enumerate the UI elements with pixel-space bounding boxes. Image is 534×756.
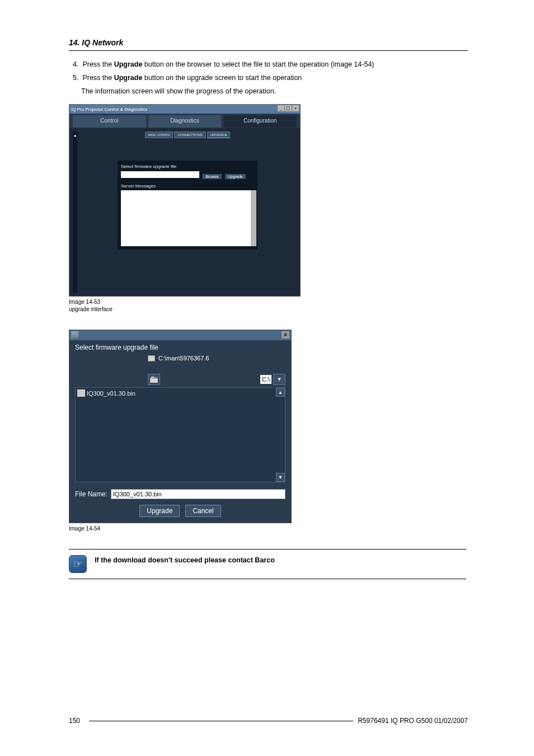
server-messages-area [121, 190, 251, 246]
scrollbar[interactable] [251, 190, 256, 246]
folder-icon [148, 355, 155, 361]
dialog-titlebar: × [69, 330, 291, 340]
screenshot-browser-window: IQ Pro Projector Control & Diagnostics _… [69, 104, 301, 297]
app-icon [71, 331, 78, 339]
close-icon[interactable]: × [282, 331, 289, 339]
filename-label: File Name: [75, 490, 107, 498]
page-number: 150 [69, 717, 80, 725]
browse-button[interactable]: Browse [203, 174, 221, 179]
scroll-down-icon[interactable]: ▼ [276, 473, 285, 482]
step-4: 4. Press the Upgrade button on the brows… [81, 60, 468, 68]
up-folder-button[interactable] [148, 374, 160, 385]
dialog-upgrade-button[interactable]: Upgrade [139, 505, 180, 517]
doc-id: R5976491 IQ PRO G500 01/02/2007 [358, 717, 468, 725]
page-header: 14. IQ Network [69, 38, 468, 51]
page-footer: 150 R5976491 IQ PRO G500 01/02/2007 [69, 717, 468, 725]
select-file-label: Select firmware upgrade file [121, 164, 254, 169]
dialog-heading: Select firmware upgrade file [75, 344, 285, 351]
tab-control[interactable]: Control [73, 115, 146, 128]
caption-14-53: Image 14-53 upgrade interface [69, 298, 468, 313]
close-icon[interactable]: × [292, 105, 299, 111]
file-path-input[interactable] [121, 171, 199, 178]
screenshot-file-dialog: × Select firmware upgrade file C:\man\59… [69, 330, 292, 523]
collapse-handle[interactable] [73, 132, 77, 293]
current-path: C:\man\5976367.6 [148, 355, 285, 361]
minimize-icon[interactable]: _ [278, 105, 284, 111]
file-icon [77, 389, 85, 397]
connections-button[interactable]: CONNECTIONS [174, 132, 205, 138]
titlebar: IQ Pro Projector Control & Diagnostics _… [69, 105, 300, 114]
file-list[interactable]: IQ300_v01.30.bin ▲ ▼ [75, 387, 285, 482]
note-block: ☞ If the download doesn't succeed please… [69, 549, 466, 579]
drive-label: C:\ [260, 375, 271, 384]
upgrade-nav-button[interactable]: UPGRADE [207, 132, 231, 138]
tab-diagnostics[interactable]: Diagnostics [148, 115, 222, 128]
step-5: 5. Press the Upgrade button on the upgra… [81, 74, 468, 82]
scroll-up-icon[interactable]: ▲ [276, 388, 285, 397]
dialog-cancel-button[interactable]: Cancel [185, 505, 221, 517]
tab-row: Control Diagnostics Configuration [69, 114, 300, 128]
maximize-icon[interactable]: ▢ [285, 105, 292, 111]
filename-input[interactable] [111, 489, 285, 499]
step-5-sub: The information screen will show the pro… [81, 87, 468, 95]
server-messages-label: Server Messages [121, 184, 254, 189]
footer-rule [89, 721, 353, 721]
upgrade-button[interactable]: Upgrade [225, 174, 246, 179]
page-content: 4. Press the Upgrade button on the brows… [69, 60, 468, 579]
tab-configuration[interactable]: Configuration [223, 115, 297, 128]
caption-14-54: Image 14-54 [69, 525, 468, 532]
section-title: 14. IQ Network [69, 38, 123, 47]
drive-dropdown-button[interactable]: ▼ [273, 374, 285, 385]
note-text: If the download doesn't succeed please c… [95, 555, 275, 564]
mail-config-button[interactable]: MAIL CONFIG [145, 132, 174, 138]
list-item[interactable]: IQ300_v01.30.bin [77, 389, 283, 397]
window-title: IQ Pro Projector Control & Diagnostics [71, 107, 148, 112]
note-icon: ☞ [69, 555, 87, 573]
